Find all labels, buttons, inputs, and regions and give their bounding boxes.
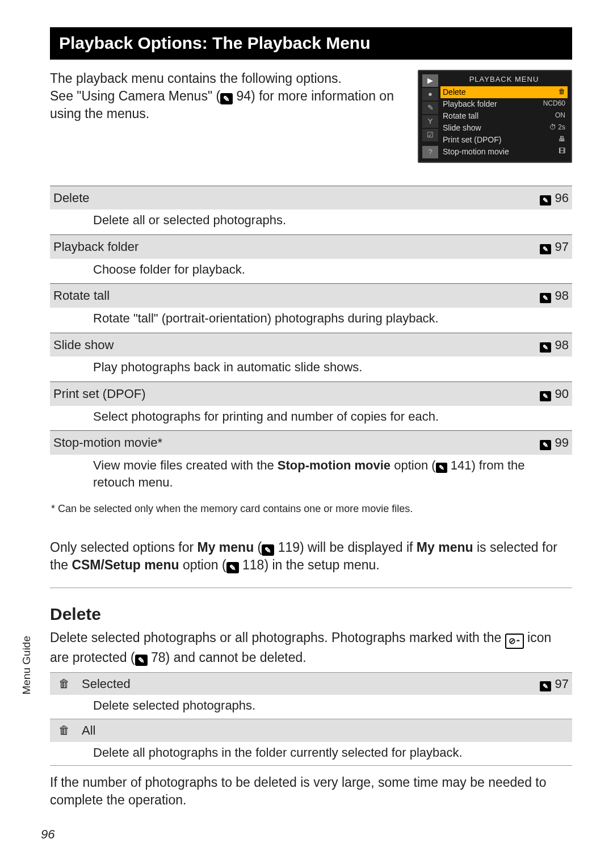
delete-option-desc-row: Delete all photographs in the folder cur… [50,742,572,766]
option-desc: Play photographs back in automatic slide… [50,357,572,381]
option-desc: View movie files created with the Stop-m… [50,455,572,496]
intro-line2a: See "Using Camera Menus" ( [50,89,220,103]
intro-text: The playback menu contains the following… [50,70,408,163]
delete-option-desc-row: Delete selected photographs. [50,695,572,719]
option-desc-row: Delete all or selected photographs. [50,209,572,234]
divider [50,588,572,588]
delete-option-name: Selected [78,672,527,695]
lcd-tabs: ▶ ● ✎ Y ☑ ? [422,74,438,158]
protect-icon: ⊘⁃ [505,634,524,648]
option-row: Delete✎ 96 [50,186,572,209]
ref-icon: ✎ [540,391,551,401]
side-tab: Menu Guide [19,636,34,695]
delete-heading: Delete [50,603,572,626]
intro-row: The playback menu contains the following… [50,70,572,163]
intro-ref: 94 [233,89,251,103]
ref-icon: ✎ [540,681,551,691]
option-name: Rotate tall [50,284,527,308]
lcd-item: Slide show⏱ 2s [440,122,568,134]
lcd-help: ? [422,146,438,158]
option-name: Delete [50,186,527,209]
option-ref: ✎ 99 [527,431,572,455]
ref-icon: ✎ [540,244,551,254]
ref-icon: ✎ [540,342,551,353]
footnote: * Can be selected only when the memory c… [51,502,572,515]
delete-option-ref [527,719,572,742]
page-title-bar: Playback Options: The Playback Menu [50,27,572,60]
delete-option-name: All [78,719,527,742]
lcd-item: Rotate tallON [440,110,568,122]
lcd-item: Delete🗑 [440,86,568,98]
option-row: Stop-motion movie*✎ 99 [50,431,572,455]
option-name: Playback folder [50,234,527,258]
option-desc-row: Play photographs back in automatic slide… [50,357,572,381]
delete-option-ref: ✎ 97 [527,672,572,695]
lcd-item: Stop-motion movie🎞 [440,146,568,158]
option-row: Print set (DPOF)✎ 90 [50,382,572,406]
mymenu-note: Only selected options for My menu ( 119)… [50,539,572,574]
delete-note: If the number of photographs to be delet… [50,774,572,809]
lcd-tab-retouch: ☑ [422,129,438,141]
option-ref: ✎ 98 [527,284,572,308]
option-desc: Choose folder for playback. [50,259,572,284]
option-desc: Rotate "tall" (portrait-orientation) pho… [50,308,572,333]
option-desc: Select photographs for printing and numb… [50,406,572,431]
lcd-item: Playback folderNCD60 [440,98,568,110]
delete-intro: Delete selected photographs or all photo… [50,629,572,666]
option-ref: ✎ 96 [527,186,572,209]
option-ref: ✎ 98 [527,333,572,357]
delete-table: Selected✎ 97Delete selected photographs.… [50,672,572,766]
delete-option-desc: Delete selected photographs. [50,695,572,719]
ref-icon [226,562,239,573]
option-row: Rotate tall✎ 98 [50,284,572,308]
option-ref: ✎ 90 [527,382,572,406]
intro-line1: The playback menu contains the following… [50,71,342,86]
ref-icon: ✎ [540,195,551,206]
option-desc-row: Choose folder for playback. [50,259,572,284]
ref-icon: ✎ [436,463,447,473]
ref-icon [220,93,233,104]
ref-icon [135,655,148,666]
option-desc-row: View movie files created with the Stop-m… [50,455,572,496]
options-table: Delete✎ 96Delete all or selected photogr… [50,186,572,497]
option-name: Print set (DPOF) [50,382,527,406]
ref-icon: ✎ [540,440,551,450]
delete-option-row: All [50,719,572,742]
option-name: Slide show [50,333,527,357]
delete-option-row: Selected✎ 97 [50,672,572,695]
page-number: 96 [41,826,54,843]
ref-icon [262,544,274,556]
ref-icon: ✎ [540,293,551,303]
delete-option-desc: Delete all photographs in the folder cur… [50,742,572,766]
lcd-item: Print set (DPOF)🖶 [440,134,568,146]
lcd-tab-playback: ▶ [422,74,438,87]
option-row: Playback folder✎ 97 [50,234,572,258]
lcd-tab-shoot: ● [422,88,438,100]
option-desc: Delete all or selected photographs. [50,209,572,234]
lcd-screenshot: ▶ ● ✎ Y ☑ ? PLAYBACK MENU Delete🗑Playbac… [418,70,572,163]
lcd-tab-wrench: Y [422,115,438,128]
option-desc-row: Rotate "tall" (portrait-orientation) pho… [50,308,572,333]
trash-icon [50,672,78,695]
option-row: Slide show✎ 98 [50,333,572,357]
trash-icon [50,719,78,742]
option-desc-row: Select photographs for printing and numb… [50,406,572,431]
option-name: Stop-motion movie* [50,431,527,455]
lcd-title: PLAYBACK MENU [440,74,568,85]
lcd-tab-pencil: ✎ [422,102,438,114]
option-ref: ✎ 97 [527,234,572,258]
